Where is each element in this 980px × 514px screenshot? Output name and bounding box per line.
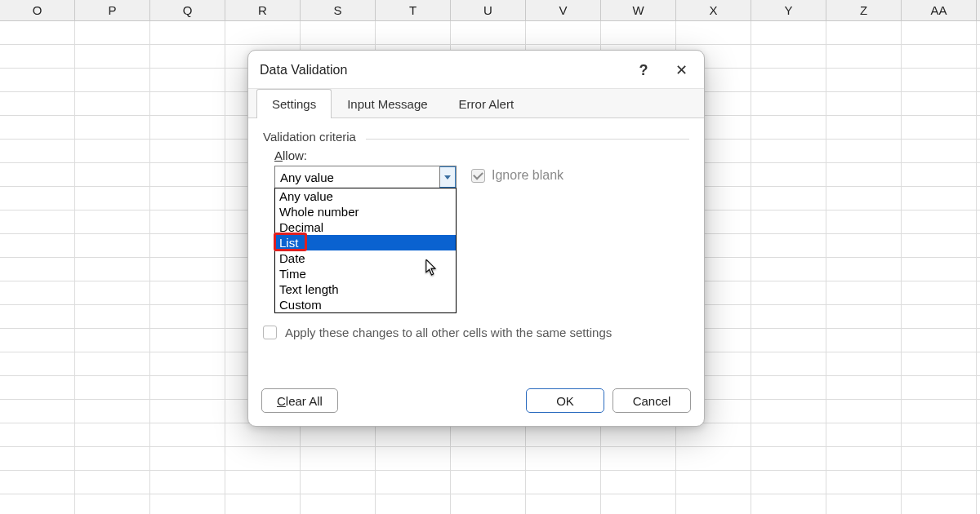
cell[interactable]	[75, 352, 150, 375]
cell[interactable]	[75, 92, 150, 115]
cell[interactable]	[75, 471, 150, 494]
cell[interactable]	[601, 21, 676, 44]
cell[interactable]	[902, 376, 977, 399]
tab-error-alert[interactable]: Error Alert	[443, 89, 530, 118]
cell[interactable]	[902, 305, 977, 328]
allow-select[interactable]: Any value Any valueWhole numberDecimalLi…	[274, 166, 457, 188]
cell[interactable]	[301, 494, 376, 514]
cell[interactable]	[0, 187, 75, 210]
cell[interactable]	[75, 447, 150, 470]
cell[interactable]	[0, 116, 75, 139]
column-header[interactable]: U	[451, 0, 526, 20]
cell[interactable]	[902, 45, 977, 68]
cell[interactable]	[826, 352, 902, 375]
cell[interactable]	[376, 423, 451, 446]
cell[interactable]	[826, 116, 902, 139]
cell[interactable]	[150, 45, 225, 68]
cell[interactable]	[0, 92, 75, 115]
cell[interactable]	[451, 447, 526, 470]
cell[interactable]	[75, 163, 150, 186]
column-header[interactable]: S	[301, 0, 376, 20]
cell[interactable]	[150, 423, 225, 446]
cell[interactable]	[902, 258, 977, 281]
cell[interactable]	[150, 376, 225, 399]
cell[interactable]	[376, 471, 451, 494]
cell[interactable]	[902, 352, 977, 375]
dropdown-option[interactable]: Any value	[275, 188, 456, 204]
cell[interactable]	[902, 163, 977, 186]
cell[interactable]	[751, 69, 826, 91]
column-header[interactable]: P	[75, 0, 150, 20]
cell[interactable]	[826, 45, 902, 68]
ignore-blank-checkbox[interactable]: Ignore blank	[471, 168, 564, 183]
cell[interactable]	[751, 258, 826, 281]
cell[interactable]	[826, 92, 902, 115]
cell[interactable]	[601, 471, 676, 494]
cell[interactable]	[751, 234, 826, 257]
cell[interactable]	[0, 400, 75, 423]
cell[interactable]	[676, 447, 751, 470]
cell[interactable]	[902, 423, 977, 446]
cell[interactable]	[902, 329, 977, 352]
cell[interactable]	[676, 21, 751, 44]
cell[interactable]	[902, 21, 977, 44]
cell[interactable]	[75, 140, 150, 162]
column-header[interactable]: R	[225, 0, 301, 20]
cell[interactable]	[150, 69, 225, 91]
cell[interactable]	[751, 140, 826, 162]
cell[interactable]	[451, 423, 526, 446]
cell[interactable]	[225, 21, 301, 44]
cell[interactable]	[751, 21, 826, 44]
cell[interactable]	[751, 116, 826, 139]
cell[interactable]	[0, 258, 75, 281]
close-button[interactable]: ✕	[670, 59, 693, 82]
cell[interactable]	[150, 92, 225, 115]
cell[interactable]	[75, 210, 150, 233]
cell[interactable]	[150, 21, 225, 44]
dropdown-option[interactable]: Whole number	[275, 204, 456, 219]
cell[interactable]	[902, 400, 977, 423]
cell[interactable]	[751, 163, 826, 186]
cell[interactable]	[225, 423, 301, 446]
column-header[interactable]: Y	[751, 0, 826, 20]
cell[interactable]	[826, 210, 902, 233]
cell[interactable]	[676, 471, 751, 494]
cell[interactable]	[0, 376, 75, 399]
cell[interactable]	[526, 471, 601, 494]
clear-all-button[interactable]: Clear All	[261, 388, 338, 413]
cell[interactable]	[751, 423, 826, 446]
cell[interactable]	[826, 281, 902, 304]
cell[interactable]	[0, 494, 75, 514]
cell[interactable]	[376, 447, 451, 470]
cell[interactable]	[751, 210, 826, 233]
cell[interactable]	[150, 329, 225, 352]
cell[interactable]	[826, 234, 902, 257]
cell[interactable]	[902, 210, 977, 233]
cell[interactable]	[751, 400, 826, 423]
cell[interactable]	[751, 305, 826, 328]
chevron-down-icon[interactable]	[439, 166, 456, 188]
cell[interactable]	[75, 69, 150, 91]
cell[interactable]	[526, 447, 601, 470]
cell[interactable]	[75, 400, 150, 423]
column-header[interactable]: W	[601, 0, 676, 20]
cell[interactable]	[676, 494, 751, 514]
cell[interactable]	[0, 305, 75, 328]
cell[interactable]	[902, 234, 977, 257]
cell[interactable]	[150, 281, 225, 304]
cell[interactable]	[751, 187, 826, 210]
cell[interactable]	[826, 376, 902, 399]
cell[interactable]	[0, 21, 75, 44]
column-header[interactable]: Q	[150, 0, 225, 20]
dropdown-option[interactable]: Time	[275, 266, 456, 281]
cell[interactable]	[75, 376, 150, 399]
cell[interactable]	[150, 471, 225, 494]
dropdown-option[interactable]: List	[275, 235, 456, 250]
cell[interactable]	[826, 423, 902, 446]
cell[interactable]	[75, 21, 150, 44]
cell[interactable]	[902, 187, 977, 210]
column-header[interactable]: O	[0, 0, 75, 20]
dropdown-option[interactable]: Decimal	[275, 219, 456, 235]
cell[interactable]	[225, 494, 301, 514]
cell[interactable]	[150, 352, 225, 375]
